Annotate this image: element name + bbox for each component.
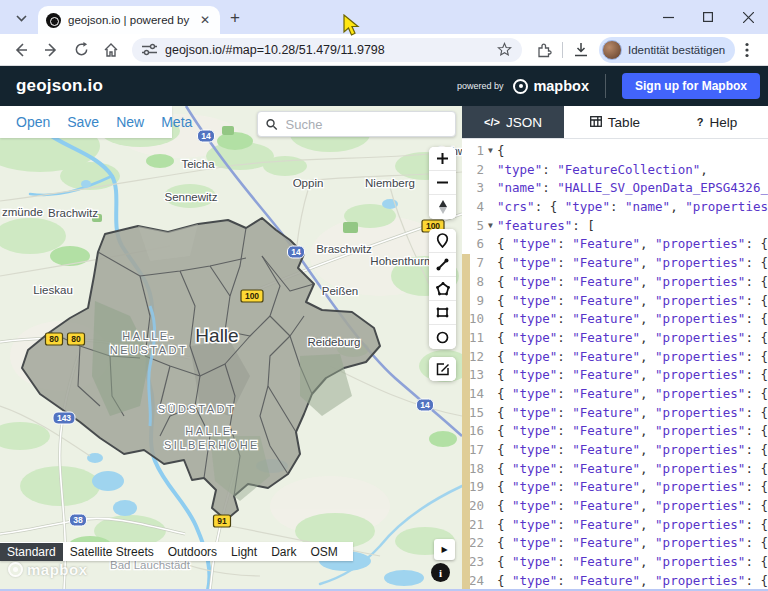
code-line[interactable]: 19{ "type": "Feature", "properties": { "… [462, 478, 768, 497]
menu-open[interactable]: Open [16, 114, 50, 130]
toolbar-separator [562, 42, 563, 58]
collapse-panel-button[interactable]: ▶ [434, 539, 455, 560]
toolbar-right: Identität bestätigen [536, 37, 749, 63]
style-light[interactable]: Light [224, 543, 264, 561]
zoom-in-button[interactable] [429, 147, 456, 171]
code-line[interactable]: 2"type": "FeatureCollection", [462, 161, 768, 180]
code-text: { "type": "Feature", "properties": { "gi [497, 348, 768, 367]
plus-icon [436, 152, 449, 165]
mapbox-logo[interactable]: mapbox [513, 78, 589, 94]
code-line[interactable]: 11{ "type": "Feature", "properties": { "… [462, 329, 768, 348]
draw-marker-button[interactable] [429, 229, 456, 253]
json-panel: </>JSONTable?Help 1▼{2"type": "FeatureCo… [462, 106, 768, 590]
code-line[interactable]: 9{ "type": "Feature", "properties": { "g… [462, 292, 768, 311]
code-text: "name": "HALLE_SV_OpenData_EPSG4326_2025 [497, 179, 768, 198]
map-canvas[interactable]: TeichaSennewitzBrachwitzOppinNiembergBra… [0, 106, 462, 590]
compass-button[interactable] [429, 195, 456, 219]
code-line[interactable]: 16{ "type": "Feature", "properties": { "… [462, 422, 768, 441]
code-line[interactable]: 3"name": "HALLE_SV_OpenData_EPSG4326_202… [462, 179, 768, 198]
menu-save[interactable]: Save [67, 114, 99, 130]
code-text: { "type": "Feature", "properties": { "gi [497, 534, 768, 553]
road-shield: 91 [214, 515, 231, 527]
bookmark-star-icon[interactable] [497, 42, 512, 57]
main-content: TeichaSennewitzBrachwitzOppinNiembergBra… [0, 106, 768, 590]
style-standard[interactable]: Standard [0, 543, 63, 561]
draw-tools [429, 229, 456, 349]
code-line[interactable]: 24{ "type": "Feature", "properties": { "… [462, 572, 768, 590]
search-box[interactable] [257, 111, 456, 137]
reload-icon [74, 42, 89, 57]
map-info-button[interactable]: i [431, 563, 450, 582]
home-button[interactable] [98, 37, 124, 63]
map-label: SILBERHÖHE [164, 439, 260, 451]
code-line[interactable]: 23{ "type": "Feature", "properties": { "… [462, 553, 768, 572]
browser-tab[interactable]: geojson.io | powered by Mapbo ✕ [38, 6, 220, 34]
code-line[interactable]: 13{ "type": "Feature", "properties": { "… [462, 366, 768, 385]
reload-button[interactable] [68, 37, 94, 63]
code-line[interactable]: 12{ "type": "Feature", "properties": { "… [462, 348, 768, 367]
map-label: Halle [195, 325, 238, 346]
line-number: 5 [462, 217, 484, 236]
tab-close-icon[interactable]: ✕ [198, 13, 212, 27]
code-line[interactable]: 10{ "type": "Feature", "properties": { "… [462, 310, 768, 329]
fold-spacer [484, 553, 497, 572]
draw-polygon-button[interactable] [429, 277, 456, 301]
extensions-icon[interactable] [536, 42, 552, 58]
fold-spacer [484, 161, 497, 180]
fold-arrow-icon[interactable]: ▼ [484, 217, 497, 236]
draw-line-button[interactable] [429, 253, 456, 277]
home-icon [103, 42, 119, 58]
mapbox-attribution-logo[interactable]: mapbox [8, 561, 88, 578]
fold-spacer [484, 460, 497, 479]
downloads-icon[interactable] [573, 42, 589, 58]
back-button[interactable] [8, 37, 34, 63]
menu-new[interactable]: New [116, 114, 144, 130]
code-line[interactable]: 17{ "type": "Feature", "properties": { "… [462, 441, 768, 460]
code-line[interactable]: 21{ "type": "Feature", "properties": { "… [462, 516, 768, 535]
maximize-button[interactable] [688, 2, 728, 32]
compass-icon [437, 200, 449, 214]
tab-search-button[interactable] [8, 7, 34, 29]
style-outdoors[interactable]: Outdoors [161, 543, 224, 561]
draw-rectangle-button[interactable] [429, 301, 456, 325]
fold-spacer [484, 329, 497, 348]
code-line[interactable]: 7{ "type": "Feature", "properties": { "g… [462, 254, 768, 273]
site-settings-icon [142, 43, 157, 56]
url-bar[interactable]: geojson.io/#map=10.28/51.479/11.9798 [132, 38, 522, 62]
edit-tool [429, 357, 456, 381]
code-line[interactable]: 8{ "type": "Feature", "properties": { "g… [462, 273, 768, 292]
tab-help[interactable]: ?Help [666, 106, 768, 138]
map-label: zmünde [2, 206, 43, 218]
code-text: { "type": "Feature", "properties": { "gi [497, 366, 768, 385]
zoom-out-button[interactable] [429, 171, 456, 195]
new-tab-button[interactable]: + [230, 8, 240, 28]
fold-arrow-icon[interactable]: ▼ [484, 142, 497, 161]
tab-json[interactable]: </>JSON [462, 106, 564, 138]
code-line[interactable]: 4"crs": { "type": "name", "properties": … [462, 198, 768, 217]
tab-table[interactable]: Table [564, 106, 666, 138]
close-button[interactable] [728, 2, 768, 32]
code-line[interactable]: 14{ "type": "Feature", "properties": { "… [462, 385, 768, 404]
code-line[interactable]: 1▼{ [462, 142, 768, 161]
browser-menu-icon[interactable] [745, 42, 749, 58]
forward-button[interactable] [38, 37, 64, 63]
code-line[interactable]: 5▼"features": [ [462, 217, 768, 236]
json-editor[interactable]: 1▼{2"type": "FeatureCollection",3"name":… [462, 139, 768, 590]
search-input[interactable] [286, 117, 447, 132]
style-satellite-streets[interactable]: Satellite Streets [63, 543, 161, 561]
map-label: Lieskau [33, 284, 73, 296]
minimize-button[interactable] [648, 2, 688, 32]
code-line[interactable]: 20{ "type": "Feature", "properties": { "… [462, 497, 768, 516]
draw-circle-button[interactable] [429, 325, 456, 349]
code-line[interactable]: 15{ "type": "Feature", "properties": { "… [462, 404, 768, 423]
road-shield: 80 [46, 333, 63, 345]
menu-meta[interactable]: Meta [161, 114, 192, 130]
style-dark[interactable]: Dark [264, 543, 303, 561]
code-line[interactable]: 6{ "type": "Feature", "properties": { "g… [462, 235, 768, 254]
signup-mapbox-button[interactable]: Sign up for Mapbox [622, 73, 760, 99]
edit-button[interactable] [429, 357, 456, 381]
profile-button[interactable]: Identität bestätigen [599, 37, 735, 63]
style-osm[interactable]: OSM [303, 543, 344, 561]
code-line[interactable]: 22{ "type": "Feature", "properties": { "… [462, 534, 768, 553]
code-line[interactable]: 18{ "type": "Feature", "properties": { "… [462, 460, 768, 479]
